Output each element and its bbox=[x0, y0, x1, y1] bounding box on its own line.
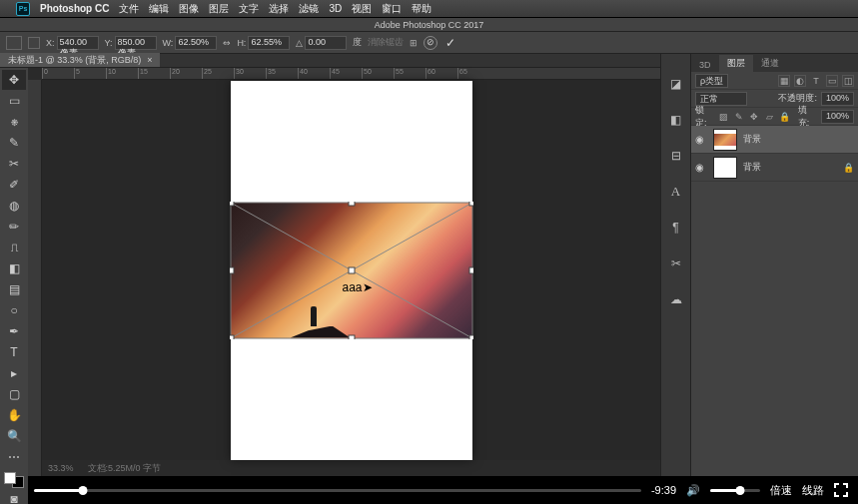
lock-all-icon[interactable]: 🔒 bbox=[779, 111, 790, 123]
brush-tool[interactable]: ✏ bbox=[2, 217, 26, 237]
hand-tool[interactable]: ✋ bbox=[2, 405, 26, 425]
stamp-tool[interactable]: ⎍ bbox=[2, 238, 26, 257]
menu-layer[interactable]: 图层 bbox=[209, 2, 229, 16]
angle-input[interactable]: 0.00 bbox=[305, 36, 347, 50]
h-input[interactable]: 62.55% bbox=[248, 36, 290, 50]
x-label: X: bbox=[46, 38, 55, 48]
y-input[interactable]: 850.00 像素 bbox=[115, 36, 157, 50]
color-panel-icon[interactable]: ◧ bbox=[666, 110, 686, 130]
actions-panel-icon[interactable]: ✂ bbox=[666, 253, 686, 273]
dodge-tool[interactable]: ○ bbox=[2, 300, 26, 320]
close-document-icon[interactable]: × bbox=[147, 55, 152, 65]
layer-item[interactable]: ◉ 背景 bbox=[691, 126, 858, 154]
anti-alias-icon[interactable]: ⊞ bbox=[410, 38, 418, 48]
vertical-ruler[interactable] bbox=[28, 80, 42, 476]
document-tab[interactable]: 未标题-1 @ 33.3% (背景, RGB/8) × bbox=[0, 53, 160, 67]
volume-slider[interactable] bbox=[710, 489, 760, 492]
progress-bar[interactable] bbox=[34, 489, 641, 492]
lock-pixels-icon[interactable]: ✎ bbox=[733, 111, 744, 123]
filter-adjust-icon[interactable]: ◐ bbox=[794, 75, 806, 87]
menu-file[interactable]: 文件 bbox=[119, 2, 139, 16]
layer-thumbnail[interactable] bbox=[713, 129, 737, 151]
type-tool[interactable]: T bbox=[2, 342, 26, 362]
libraries-panel-icon[interactable]: ☁ bbox=[666, 289, 686, 309]
menu-select[interactable]: 选择 bbox=[269, 2, 289, 16]
zoom-tool[interactable]: 🔍 bbox=[2, 426, 26, 446]
filter-kind-select[interactable]: ρ类型 bbox=[695, 74, 728, 88]
tab-3d[interactable]: 3D bbox=[691, 58, 719, 72]
menu-window[interactable]: 窗口 bbox=[382, 2, 402, 16]
artboard[interactable]: aaa➤ bbox=[231, 81, 472, 460]
progress-knob[interactable] bbox=[78, 486, 87, 495]
fg-color-swatch[interactable] bbox=[4, 472, 16, 484]
menu-view[interactable]: 视图 bbox=[352, 2, 372, 16]
horizontal-ruler[interactable]: 05101520253035404550556065 bbox=[42, 68, 660, 80]
healing-tool[interactable]: ◍ bbox=[2, 196, 26, 216]
path-select-tool[interactable]: ▸ bbox=[2, 363, 26, 383]
cancel-transform-button[interactable]: ⊘ bbox=[424, 36, 437, 50]
menu-app[interactable]: Photoshop CC bbox=[40, 3, 109, 14]
menu-image[interactable]: 图像 bbox=[179, 2, 199, 16]
opacity-input[interactable]: 100% bbox=[821, 92, 854, 106]
fill-input[interactable]: 100% bbox=[821, 110, 854, 124]
zoom-level[interactable]: 33.3% bbox=[48, 463, 74, 473]
layer-name[interactable]: 背景 bbox=[743, 133, 761, 146]
crop-tool[interactable]: ✂ bbox=[2, 154, 26, 174]
mac-menubar: Ps Photoshop CC 文件 编辑 图像 图层 文字 选择 滤镜 3D … bbox=[0, 0, 858, 18]
lasso-tool[interactable]: ⎈ bbox=[2, 112, 26, 132]
w-input[interactable]: 62.50% bbox=[175, 36, 217, 50]
workspace: 05101520253035404550556065 aaa➤ 33.3% 文档… bbox=[28, 68, 660, 476]
fullscreen-button[interactable] bbox=[834, 483, 848, 497]
volume-knob[interactable] bbox=[736, 486, 745, 495]
visibility-toggle-icon[interactable]: ◉ bbox=[695, 162, 707, 173]
document-tab-title: 未标题-1 @ 33.3% (背景, RGB/8) bbox=[8, 54, 141, 67]
menu-3d[interactable]: 3D bbox=[329, 3, 342, 14]
menu-filter[interactable]: 滤镜 bbox=[299, 2, 319, 16]
lock-icon[interactable]: 🔒 bbox=[843, 163, 854, 173]
filter-type-icon[interactable]: T bbox=[810, 75, 822, 87]
volume-icon[interactable]: 🔊 bbox=[686, 484, 700, 497]
properties-panel-icon[interactable]: ⊟ bbox=[666, 146, 686, 166]
reference-point-icon[interactable] bbox=[28, 37, 40, 49]
color-swatches[interactable] bbox=[4, 472, 24, 488]
pen-tool[interactable]: ✒ bbox=[2, 321, 26, 341]
lock-artboard-icon[interactable]: ▱ bbox=[764, 111, 775, 123]
filter-smart-icon[interactable]: ◫ bbox=[842, 75, 854, 87]
shape-tool[interactable]: ▢ bbox=[2, 384, 26, 404]
transform-preset-icon[interactable] bbox=[6, 36, 22, 50]
menu-edit[interactable]: 编辑 bbox=[149, 2, 169, 16]
filter-shape-icon[interactable]: ▭ bbox=[826, 75, 838, 87]
x-input[interactable]: 540.00 像素 bbox=[57, 36, 99, 50]
link-wh-icon[interactable]: ⇔ bbox=[223, 38, 231, 48]
eraser-tool[interactable]: ◧ bbox=[2, 258, 26, 278]
quickmask-tool[interactable]: ◙ bbox=[2, 489, 26, 504]
layer-name[interactable]: 背景 bbox=[743, 161, 761, 174]
marquee-tool[interactable]: ▭ bbox=[2, 91, 26, 111]
history-panel-icon[interactable]: ◪ bbox=[666, 74, 686, 94]
quick-select-tool[interactable]: ✎ bbox=[2, 133, 26, 153]
filter-pixel-icon[interactable]: ▦ bbox=[778, 75, 790, 87]
canvas-area[interactable]: aaa➤ bbox=[42, 80, 660, 460]
tab-channels[interactable]: 通道 bbox=[753, 55, 787, 72]
move-tool[interactable]: ✥ bbox=[2, 70, 26, 90]
layer-item[interactable]: ◉ 背景 🔒 bbox=[691, 154, 858, 182]
commit-transform-button[interactable]: ✓ bbox=[443, 36, 457, 50]
layer-thumbnail[interactable] bbox=[713, 157, 737, 179]
eyedropper-tool[interactable]: ✐ bbox=[2, 175, 26, 195]
lock-position-icon[interactable]: ✥ bbox=[748, 111, 759, 123]
layers-panel: 3D 图层 通道 ρ类型 ▦ ◐ T ▭ ◫ 正常 不透明度: 100% 锁定:… bbox=[690, 54, 858, 476]
menu-help[interactable]: 帮助 bbox=[412, 2, 431, 16]
doc-info[interactable]: 文档:5.25M/0 字节 bbox=[88, 462, 162, 475]
gradient-tool[interactable]: ▤ bbox=[2, 279, 26, 299]
lock-transparency-icon[interactable]: ▨ bbox=[718, 111, 729, 123]
visibility-toggle-icon[interactable]: ◉ bbox=[695, 134, 707, 145]
placed-image[interactable] bbox=[231, 203, 472, 338]
tab-layers[interactable]: 图层 bbox=[719, 55, 753, 72]
paragraph-panel-icon[interactable]: ¶ bbox=[666, 218, 686, 238]
character-panel-icon[interactable]: A bbox=[666, 182, 686, 202]
menu-type[interactable]: 文字 bbox=[239, 2, 259, 16]
deg-label: 度 bbox=[353, 36, 362, 49]
edit-toolbar[interactable]: ⋯ bbox=[2, 447, 26, 467]
speed-button[interactable]: 倍速 bbox=[770, 483, 792, 498]
route-button[interactable]: 线路 bbox=[802, 483, 824, 498]
